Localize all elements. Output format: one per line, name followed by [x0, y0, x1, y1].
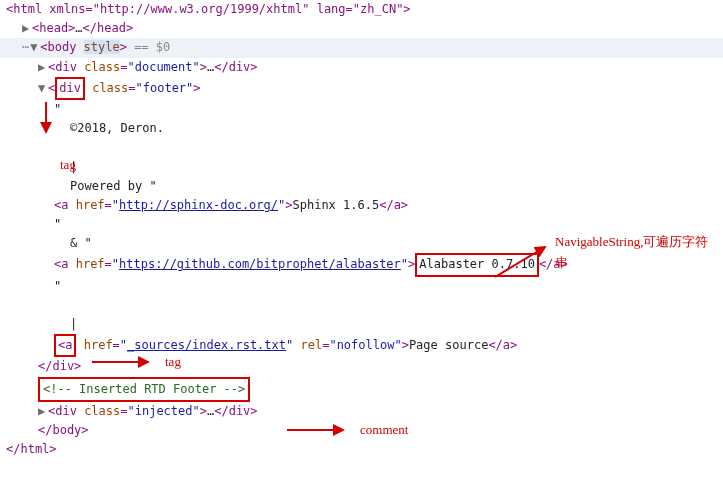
comment-boxed: <!-- Inserted RTD Footer --> — [38, 377, 250, 402]
blank-line2 — [0, 296, 723, 315]
html-close-line[interactable]: </html> — [0, 440, 723, 459]
div-close-line[interactable]: </div> — [0, 357, 723, 376]
alabaster-text: Alabaster 0.7.10 — [419, 257, 535, 271]
html-open[interactable]: <html xmlns="http://www.w3.org/1999/xhtm… — [0, 0, 723, 19]
collapse-arrow-icon[interactable]: ▼ — [38, 79, 48, 98]
div-tag-boxed: div — [55, 77, 85, 100]
class-attr: class — [84, 60, 120, 74]
class-val: "document" — [127, 60, 199, 74]
annotation-tag2: tag — [165, 352, 181, 373]
div-close: </div> — [214, 60, 257, 74]
div-document-line[interactable]: ▶<div class="document">…</div> — [0, 58, 723, 77]
expand-arrow-icon[interactable]: ▶ — [38, 58, 48, 77]
alabaster-text-boxed: Alabaster 0.7.10 — [415, 253, 539, 276]
class-attr: class — [92, 81, 128, 95]
comment-text: <!-- Inserted RTD Footer --> — [43, 382, 245, 396]
eq-dollar0: == $0 — [127, 40, 170, 54]
breadcrumb-dots: ⋯ — [22, 40, 30, 54]
body-gt: > — [120, 40, 127, 54]
div-injected-line[interactable]: ▶<div class="injected">…</div> — [0, 402, 723, 421]
collapse-arrow-icon[interactable]: ▼ — [30, 38, 40, 57]
head-close: </head> — [83, 21, 134, 35]
page-source-text: Page source — [409, 338, 488, 352]
html-tag: <html xmlns="http://www.w3.org/1999/xhtm… — [6, 2, 411, 16]
class-val: "footer" — [136, 81, 194, 95]
anchor-source-line[interactable]: <a href="_sources/index.rst.txt" rel="no… — [0, 334, 723, 357]
text-pipe2[interactable]: | — [0, 315, 723, 334]
div-footer-line[interactable]: ▼<div class="footer"> — [0, 77, 723, 100]
a-tag-boxed: <a — [54, 334, 76, 357]
div-open: <div — [48, 60, 84, 74]
expand-arrow-icon[interactable]: ▶ — [38, 402, 48, 421]
expand-arrow-icon[interactable]: ▶ — [22, 19, 32, 38]
head-line[interactable]: ▶<head>…</head> — [0, 19, 723, 38]
ellipsis: … — [75, 21, 82, 35]
text-quote3[interactable]: " — [0, 277, 723, 296]
text-powered[interactable]: Powered by " — [0, 177, 723, 196]
annotation-comment: comment — [360, 420, 408, 441]
source-url[interactable]: _sources/index.rst.txt — [127, 338, 286, 352]
alabaster-url[interactable]: https://github.com/bitprophet/alabaster — [119, 257, 401, 271]
blank-line — [0, 138, 723, 157]
text-copyright[interactable]: ©2018, Deron. — [0, 119, 723, 138]
text-quote[interactable]: " — [0, 100, 723, 119]
sphinx-text: Sphinx 1.6.5 — [292, 198, 379, 212]
text-pipe[interactable]: | — [0, 158, 723, 177]
style-attr[interactable]: style — [84, 40, 120, 54]
annotation-navigablestring: NavigableString,可遍历字符串 — [555, 232, 715, 274]
head-open: <head> — [32, 21, 75, 35]
annotation-tag: tag — [60, 155, 76, 176]
sphinx-url[interactable]: http://sphinx-doc.org/ — [119, 198, 278, 212]
anchor-sphinx-line[interactable]: <a href="http://sphinx-doc.org/">Sphinx … — [0, 196, 723, 215]
comment-line[interactable]: <!-- Inserted RTD Footer --> — [0, 377, 723, 402]
body-line[interactable]: ⋯▼<body style> == $0 — [0, 38, 723, 57]
body-open: <body — [40, 40, 83, 54]
